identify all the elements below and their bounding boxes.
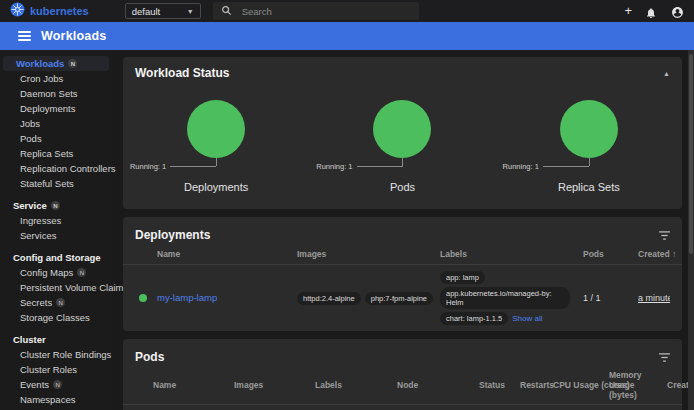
app-bar: Workloads <box>0 22 694 50</box>
kubernetes-dashboard: kubernetes default ▼ Search + <box>0 0 694 410</box>
pie-callout-label: Running: 1 <box>503 162 539 171</box>
status-ok-icon <box>139 294 147 302</box>
sidebar-item-label: Events <box>20 379 49 390</box>
filter-list-icon[interactable] <box>659 226 670 244</box>
replica-sets-pie-chart: Running: 1 Replica Sets <box>496 100 682 193</box>
column-header-images[interactable]: Images <box>297 249 440 259</box>
sidebar-item-label: Stateful Sets <box>20 178 74 189</box>
sidebar-item-replication-controllers[interactable]: Replication Controllers <box>0 161 112 176</box>
namespace-value: default <box>132 6 161 17</box>
kubernetes-logo-icon <box>10 2 25 21</box>
sidebar-item-label: Pods <box>20 133 42 144</box>
sidebar-item-label: Cron Jobs <box>20 73 63 84</box>
pods-card: Pods Name Images Labels Node Status Rest… <box>123 339 682 410</box>
menu-hamburger-icon[interactable] <box>18 31 31 41</box>
sidebar-item-namespaces[interactable]: Namespaces <box>0 392 112 407</box>
sidebar-item-cron-jobs[interactable]: Cron Jobs <box>0 71 112 86</box>
created-timestamp[interactable]: a minute ago <box>638 293 670 303</box>
main-scrollbar[interactable] <box>688 50 694 410</box>
column-header-name[interactable]: Name <box>157 249 297 259</box>
pie-callout-label: Running: 1 <box>316 162 352 171</box>
namespace-selector[interactable]: default ▼ <box>125 3 201 19</box>
sidebar-section-cluster[interactable]: Cluster <box>0 332 112 347</box>
filter-list-icon[interactable] <box>659 348 670 366</box>
sidebar-item-persistent-volume-claims[interactable]: Persistent Volume Claims N <box>0 280 112 295</box>
topbar-actions: + <box>624 5 684 18</box>
sidebar-item-workloads[interactable]: Workloads N <box>3 56 109 71</box>
notifications-bell-icon[interactable] <box>645 5 658 18</box>
column-header-labels[interactable]: Labels <box>315 380 397 390</box>
namespaced-badge-icon: N <box>77 268 86 277</box>
pod-table-row[interactable]: my-lamp-lamp-5fd985cf68-jwvz4 httpd:2.4-… <box>123 405 682 410</box>
column-header-status[interactable]: Status <box>479 380 520 390</box>
sort-asc-icon: ↑ <box>672 249 676 259</box>
deployments-table-header: Name Images Labels Pods Created ↑ <box>123 248 682 265</box>
column-header-cpu-usage[interactable]: CPU Usage (cores) <box>553 380 609 390</box>
search-box[interactable]: Search <box>213 2 419 20</box>
chevron-down-icon: ▼ <box>187 8 194 15</box>
deployments-card-title: Deployments <box>135 228 210 242</box>
sidebar-item-cluster-roles[interactable]: Cluster Roles <box>0 362 112 377</box>
sidebar-item-label: Services <box>20 230 56 241</box>
sidebar-item-replica-sets[interactable]: Replica Sets <box>0 146 112 161</box>
column-header-pods[interactable]: Pods <box>583 249 638 259</box>
label-chip: app: lamp <box>440 271 485 284</box>
pie-running-segment[interactable] <box>187 100 245 158</box>
create-resource-button[interactable]: + <box>624 5 632 17</box>
sidebar-item-label: Cluster Roles <box>20 364 77 375</box>
pie-chart-title: Replica Sets <box>496 181 682 193</box>
pie-chart-title: Pods <box>309 181 495 193</box>
sidebar-item-cluster-role-bindings[interactable]: Cluster Role Bindings <box>0 347 112 362</box>
sidebar-item-label: Secrets <box>20 297 52 308</box>
column-header-memory-usage[interactable]: Memory Usage (bytes) <box>609 370 667 401</box>
brand[interactable]: kubernetes <box>10 2 89 21</box>
collapse-caret-icon[interactable]: ▲ <box>663 70 670 77</box>
sidebar-item-daemon-sets[interactable]: Daemon Sets <box>0 86 112 101</box>
main-content: Workload Status ▲ Running: 1 Deployments <box>112 50 694 410</box>
sidebar-item-jobs[interactable]: Jobs <box>0 116 112 131</box>
show-all-link[interactable]: Show all <box>512 314 542 323</box>
deployments-card: Deployments Name Images Labels Pods Crea… <box>123 217 682 331</box>
user-account-icon[interactable] <box>671 5 684 18</box>
label-chip: app.kubernetes.io/managed-by: Helm <box>440 287 570 309</box>
workload-status-charts: Running: 1 Deployments Running: 1 Pods <box>123 100 682 209</box>
deployment-labels: app: lamp app.kubernetes.io/managed-by: … <box>440 271 583 325</box>
column-header-labels[interactable]: Labels <box>440 249 583 259</box>
sidebar-item-pods[interactable]: Pods <box>0 131 112 146</box>
namespaced-badge-icon: N <box>68 59 77 68</box>
sidebar-item-label: Replication Controllers <box>20 163 116 174</box>
namespaced-badge-icon: N <box>53 380 62 389</box>
sidebar-item-ingresses[interactable]: Ingresses <box>0 213 112 228</box>
search-input[interactable]: Search <box>242 6 272 17</box>
search-icon <box>221 2 232 20</box>
column-header-images[interactable]: Images <box>234 380 315 390</box>
brand-name: kubernetes <box>30 5 89 17</box>
label-chip: chart: lamp-1.1.5 <box>440 312 508 325</box>
sidebar-item-secrets[interactable]: Secrets N <box>0 295 112 310</box>
deployment-table-row[interactable]: my-lamp-lamp httpd:2.4-alpine php:7-fpm-… <box>123 265 682 331</box>
pods-table-header: Name Images Labels Node Status Restarts … <box>123 370 682 405</box>
sidebar-item-label: Cluster Role Bindings <box>20 349 111 360</box>
column-header-created[interactable]: Created ↑ <box>638 249 682 259</box>
pods-card-title: Pods <box>135 350 164 364</box>
sidebar-section-config-and-storage[interactable]: Config and Storage <box>0 250 112 265</box>
sidebar-item-services[interactable]: Services <box>0 228 112 243</box>
pie-chart-title: Deployments <box>123 181 309 193</box>
pie-running-segment[interactable] <box>373 100 431 158</box>
deployment-name-link[interactable]: my-lamp-lamp <box>157 292 297 304</box>
sidebar-item-events[interactable]: Events N <box>0 377 112 392</box>
sidebar-item-storage-classes[interactable]: Storage Classes <box>0 310 112 325</box>
sidebar-item-config-maps[interactable]: Config Maps N <box>0 265 112 280</box>
image-chip: httpd:2.4-alpine <box>297 292 361 305</box>
sidebar-item-deployments[interactable]: Deployments <box>0 101 112 116</box>
sidebar-section-service[interactable]: Service N <box>0 198 112 213</box>
pods-pie-chart: Running: 1 Pods <box>309 100 495 193</box>
column-header-name[interactable]: Name <box>153 380 234 390</box>
scrollbar-thumb[interactable] <box>689 54 693 254</box>
deployment-images: httpd:2.4-alpine php:7-fpm-alpine <box>297 292 440 305</box>
sidebar-item-label: Jobs <box>20 118 40 129</box>
column-header-node[interactable]: Node <box>397 380 479 390</box>
sidebar-item-stateful-sets[interactable]: Stateful Sets <box>0 176 112 191</box>
pie-running-segment[interactable] <box>560 100 618 158</box>
column-header-restarts[interactable]: Restarts <box>520 380 553 390</box>
